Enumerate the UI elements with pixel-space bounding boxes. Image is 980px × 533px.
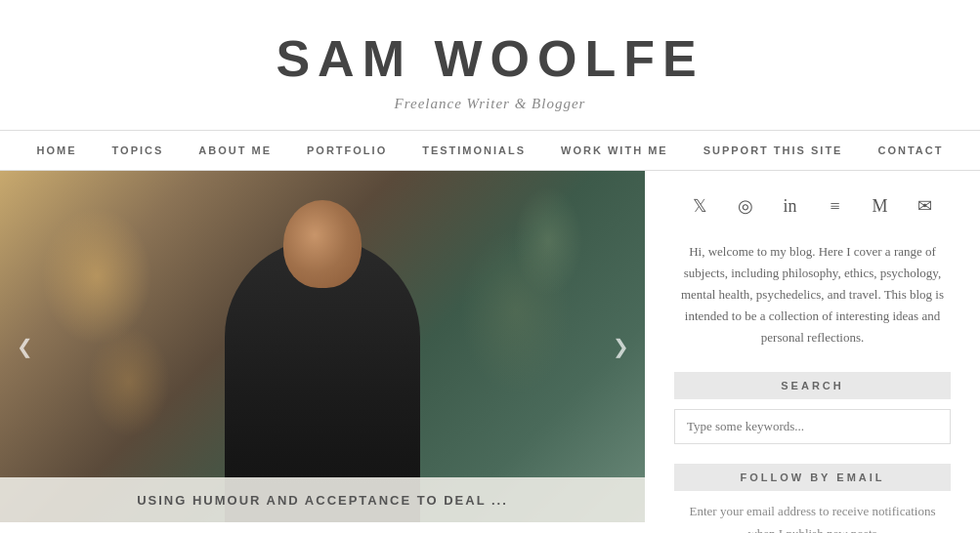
instagram-icon[interactable]: ◎ [730,190,761,222]
person-figure [186,210,459,522]
follow-text: Enter your email address to receive noti… [674,501,951,533]
nav-item-contact[interactable]: CONTACT [860,131,960,170]
nav-item-support[interactable]: SUPPORT THIS SITE [686,131,861,170]
social-icons: 𝕏◎in≡M✉ [674,190,951,222]
nav-item-about-me[interactable]: ABOUT ME [181,131,289,170]
site-header: SAM WOOLFE Freelance Writer & Blogger [0,0,980,130]
bio-text: Hi, welcome to my blog. Here I cover a r… [674,241,951,348]
sidebar: 𝕏◎in≡M✉ Hi, welcome to my blog. Here I c… [645,171,980,533]
site-tagline: Freelance Writer & Blogger [20,96,960,112]
twitter-icon[interactable]: 𝕏 [685,190,716,222]
post-title-overlay: USING HUMOUR AND ACCEPTANCE TO DEAL ... [0,477,645,522]
follow-widget-title: FOLLOW BY EMAIL [674,464,951,491]
nav-item-home[interactable]: HOME [20,131,95,170]
medium-icon[interactable]: M [865,190,896,222]
nav-item-work-with-me[interactable]: WORK WITH ME [543,131,686,170]
rss-icon[interactable]: ≡ [820,190,851,222]
next-arrow[interactable]: ❯ [606,327,635,366]
main-content: ❮ ❯ USING HUMOUR AND ACCEPTANCE TO DEAL … [0,171,980,533]
search-widget-title: SEARCH [674,372,951,399]
main-nav: HOMETOPICSABOUT MEPORTFOLIOTESTIMONIALSW… [0,130,980,171]
site-title: SAM WOOLFE [20,29,960,88]
nav-item-portfolio[interactable]: PORTFOLIO [289,131,405,170]
hero-image: ❮ ❯ USING HUMOUR AND ACCEPTANCE TO DEAL … [0,171,645,522]
nav-item-topics[interactable]: TOPICS [95,131,182,170]
prev-arrow[interactable]: ❮ [10,327,39,366]
nav-item-testimonials[interactable]: TESTIMONIALS [405,131,543,170]
post-title[interactable]: USING HUMOUR AND ACCEPTANCE TO DEAL ... [137,493,508,508]
linkedin-icon[interactable]: in [775,190,806,222]
blog-section: ❮ ❯ USING HUMOUR AND ACCEPTANCE TO DEAL … [0,171,645,533]
email-icon[interactable]: ✉ [910,190,941,222]
search-input[interactable] [674,409,951,444]
